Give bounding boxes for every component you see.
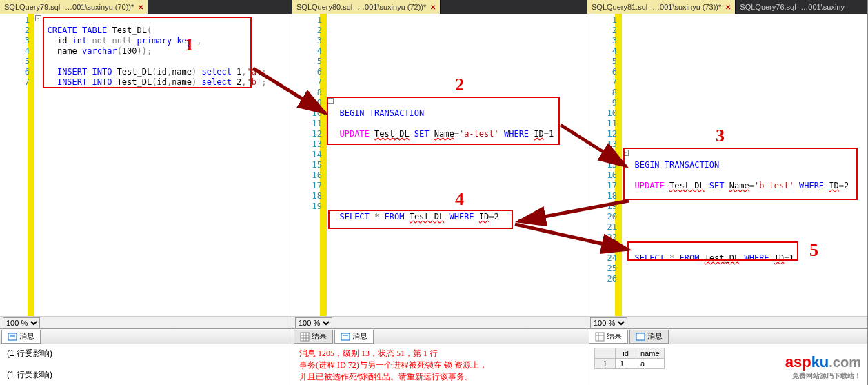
messages-icon: [341, 332, 350, 342]
grid-icon: [595, 332, 605, 342]
tab-sqlquery79[interactable]: SQLQuery79.sql -…001\suxinyu (70))* ✕: [0, 0, 148, 14]
grid-icon: [300, 332, 310, 342]
zoom-bar-2: 100 %: [292, 316, 587, 328]
result-tabbar-2: 结果 消息: [292, 328, 587, 344]
zoom-bar-3: 100 %: [587, 316, 867, 328]
result-area-2: 消息 1205，级别 13，状态 51，第 1 行 事务(进程 ID 72)与另…: [292, 344, 587, 385]
outline-collapse-icon[interactable]: -: [623, 150, 629, 156]
result-tabbar-1: 消息: [0, 328, 292, 344]
editor-2[interactable]: 12345678910111213141516171819 - BEGIN TR…: [292, 14, 587, 316]
zoom-select[interactable]: 100 %: [3, 317, 40, 328]
zoom-select[interactable]: 100 %: [590, 317, 627, 328]
tabbar-1: SQLQuery79.sql -…001\suxinyu (70))* ✕: [0, 0, 292, 14]
col-id: id: [616, 348, 636, 359]
tab-label: SQLQuery79.sql -…001\suxinyu (70))*: [4, 3, 134, 11]
svg-rect-3: [301, 333, 309, 341]
close-icon[interactable]: ✕: [725, 3, 731, 11]
tab-sqlquery81[interactable]: SQLQuery81.sql -…001\suxinyu (73))* ✕: [587, 0, 736, 14]
col-name: name: [636, 348, 665, 359]
result-grid: idname 11a: [594, 348, 665, 369]
svg-rect-13: [636, 333, 645, 340]
tab-label: SQLQuery80.sql -…001\suxinyu (72))*: [296, 3, 426, 11]
zoom-select[interactable]: 100 %: [295, 317, 332, 328]
editor-1[interactable]: 1234567 - CREATE TABLE Test_DL( id int n…: [0, 14, 292, 316]
tab-sqlquery76[interactable]: SQLQuery76.sql -…001\suxiny: [736, 0, 849, 14]
rows-affected-1: (1 行受影响): [7, 348, 285, 359]
svg-rect-10: [596, 333, 604, 341]
results-tab[interactable]: 结果: [589, 330, 628, 344]
editor-pane-2: SQLQuery80.sql -…001\suxinyu (72))* ✕ 12…: [292, 0, 587, 385]
result-area-1: (1 行受影响) (1 行受影响): [0, 344, 292, 385]
line-gutter: 12345678910111213141516171819: [292, 14, 327, 316]
rows-affected-2: (1 行受影响): [7, 369, 285, 381]
messages-tab[interactable]: 消息: [629, 330, 669, 344]
code-area-1[interactable]: - CREATE TABLE Test_DL( id int not null …: [34, 14, 292, 316]
editor-pane-3: SQLQuery81.sql -…001\suxinyu (73))* ✕ SQ…: [587, 0, 868, 385]
tab-label: SQLQuery81.sql -…001\suxinyu (73))*: [592, 3, 721, 11]
editor-pane-1: SQLQuery79.sql -…001\suxinyu (70))* ✕ 12…: [0, 0, 292, 385]
zoom-bar-1: 100 %: [0, 316, 292, 328]
tab-label: SQLQuery76.sql -…001\suxiny: [740, 3, 845, 11]
aspku-logo: aspku.com 免费网站源码下载站！: [785, 353, 861, 381]
results-tab[interactable]: 结果: [294, 330, 333, 344]
svg-rect-8: [341, 333, 350, 340]
messages-icon: [636, 332, 645, 342]
messages-tab[interactable]: 消息: [334, 330, 374, 344]
error-line-2: 事务(进程 ID 72)与另一个进程被死锁在 锁 资源上，: [299, 359, 580, 371]
code-area-2[interactable]: - BEGIN TRANSACTION UPDATE Test_DL SET N…: [327, 14, 587, 316]
tabbar-2: SQLQuery80.sql -…001\suxinyu (72))* ✕: [292, 0, 587, 14]
code-area-3[interactable]: - BEGIN TRANSACTION UPDATE Test_DL SET N…: [622, 14, 867, 316]
line-gutter: 1234567: [0, 14, 34, 316]
table-row[interactable]: 11a: [595, 359, 665, 369]
messages-tab[interactable]: 消息: [1, 330, 41, 344]
messages-icon: [8, 332, 17, 342]
error-line-1: 消息 1205，级别 13，状态 51，第 1 行: [299, 348, 580, 359]
result-tabbar-3: 结果 消息: [587, 328, 867, 344]
close-icon[interactable]: ✕: [430, 3, 436, 11]
editor-3[interactable]: 1234567891011121314151617181920212223242…: [587, 14, 867, 316]
error-line-3: 并且已被选作死锁牺牲品。请重新运行该事务。: [299, 371, 580, 383]
line-gutter: 1234567891011121314151617181920212223242…: [587, 14, 622, 316]
tab-sqlquery80[interactable]: SQLQuery80.sql -…001\suxinyu (72))* ✕: [292, 0, 441, 14]
outline-collapse-icon[interactable]: -: [35, 15, 41, 21]
outline-collapse-icon[interactable]: -: [327, 98, 334, 104]
close-icon[interactable]: ✕: [138, 3, 143, 11]
tabbar-3: SQLQuery81.sql -…001\suxinyu (73))* ✕ SQ…: [587, 0, 867, 14]
